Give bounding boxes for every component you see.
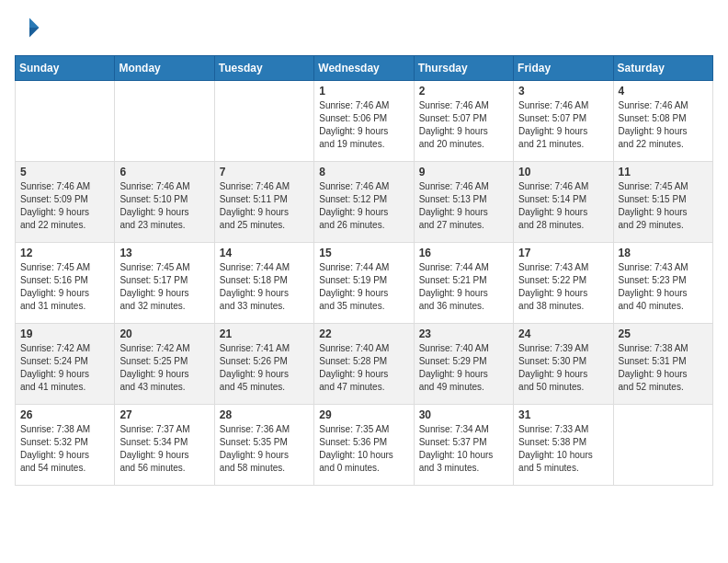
day-number: 3: [518, 85, 608, 98]
day-info: Sunrise: 7:46 AM Sunset: 5:07 PM Dayligh…: [419, 99, 508, 151]
calendar-cell: 26Sunrise: 7:38 AM Sunset: 5:32 PM Dayli…: [16, 405, 115, 486]
day-number: 16: [419, 247, 508, 259]
day-number: 17: [518, 247, 608, 259]
day-info: Sunrise: 7:46 AM Sunset: 5:09 PM Dayligh…: [20, 180, 109, 232]
calendar-cell: 27Sunrise: 7:37 AM Sunset: 5:34 PM Dayli…: [115, 405, 214, 486]
day-number: 9: [419, 166, 508, 178]
day-info: Sunrise: 7:45 AM Sunset: 5:17 PM Dayligh…: [119, 261, 209, 313]
day-info: Sunrise: 7:41 AM Sunset: 5:26 PM Dayligh…: [220, 342, 309, 394]
calendar-cell: 4Sunrise: 7:46 AM Sunset: 5:08 PM Daylig…: [613, 81, 712, 162]
calendar-week-row: 1Sunrise: 7:46 AM Sunset: 5:06 PM Daylig…: [16, 81, 713, 162]
calendar-cell: 29Sunrise: 7:35 AM Sunset: 5:36 PM Dayli…: [314, 405, 414, 486]
calendar-cell: [613, 405, 712, 486]
calendar-cell: 31Sunrise: 7:33 AM Sunset: 5:38 PM Dayli…: [514, 405, 613, 486]
calendar-week-row: 19Sunrise: 7:42 AM Sunset: 5:24 PM Dayli…: [16, 324, 713, 405]
day-number: 23: [419, 327, 508, 340]
calendar-cell: 16Sunrise: 7:44 AM Sunset: 5:21 PM Dayli…: [414, 243, 513, 324]
weekday-header-thursday: Thursday: [414, 56, 513, 81]
day-info: Sunrise: 7:35 AM Sunset: 5:36 PM Dayligh…: [319, 423, 408, 475]
calendar-cell: 28Sunrise: 7:36 AM Sunset: 5:35 PM Dayli…: [214, 405, 313, 486]
calendar-cell: 5Sunrise: 7:46 AM Sunset: 5:09 PM Daylig…: [16, 162, 115, 243]
day-info: Sunrise: 7:40 AM Sunset: 5:28 PM Dayligh…: [319, 342, 408, 394]
calendar-cell: [214, 81, 313, 162]
weekday-header-row: SundayMondayTuesdayWednesdayThursdayFrid…: [16, 56, 713, 81]
day-info: Sunrise: 7:45 AM Sunset: 5:16 PM Dayligh…: [20, 261, 109, 313]
day-info: Sunrise: 7:38 AM Sunset: 5:31 PM Dayligh…: [619, 342, 708, 394]
calendar-cell: [115, 81, 214, 162]
day-number: 12: [20, 247, 109, 259]
day-info: Sunrise: 7:42 AM Sunset: 5:24 PM Dayligh…: [20, 342, 109, 394]
day-number: 25: [619, 327, 708, 340]
day-number: 18: [619, 247, 708, 259]
svg-marker-0: [29, 18, 40, 29]
calendar-header: SundayMondayTuesdayWednesdayThursdayFrid…: [16, 56, 713, 81]
day-number: 4: [619, 85, 708, 98]
day-number: 1: [319, 85, 408, 98]
day-number: 19: [20, 327, 109, 340]
day-info: Sunrise: 7:44 AM Sunset: 5:18 PM Dayligh…: [220, 261, 309, 313]
calendar-cell: 13Sunrise: 7:45 AM Sunset: 5:17 PM Dayli…: [115, 243, 214, 324]
calendar-cell: 19Sunrise: 7:42 AM Sunset: 5:24 PM Dayli…: [16, 324, 115, 405]
day-number: 10: [518, 166, 608, 178]
calendar-body: 1Sunrise: 7:46 AM Sunset: 5:06 PM Daylig…: [16, 81, 713, 486]
weekday-header-saturday: Saturday: [613, 56, 712, 81]
day-info: Sunrise: 7:46 AM Sunset: 5:10 PM Dayligh…: [119, 180, 209, 232]
day-info: Sunrise: 7:46 AM Sunset: 5:08 PM Dayligh…: [619, 99, 708, 151]
day-info: Sunrise: 7:45 AM Sunset: 5:15 PM Dayligh…: [619, 180, 708, 232]
weekday-header-sunday: Sunday: [16, 56, 115, 81]
calendar-cell: 23Sunrise: 7:40 AM Sunset: 5:29 PM Dayli…: [414, 324, 513, 405]
day-info: Sunrise: 7:46 AM Sunset: 5:11 PM Dayligh…: [220, 180, 309, 232]
weekday-header-monday: Monday: [115, 56, 214, 81]
day-number: 11: [619, 166, 708, 178]
day-number: 8: [319, 166, 408, 178]
calendar-cell: 21Sunrise: 7:41 AM Sunset: 5:26 PM Dayli…: [214, 324, 313, 405]
day-info: Sunrise: 7:46 AM Sunset: 5:12 PM Dayligh…: [319, 180, 408, 232]
logo-icon: [17, 15, 42, 40]
calendar-cell: 15Sunrise: 7:44 AM Sunset: 5:19 PM Dayli…: [314, 243, 414, 324]
day-info: Sunrise: 7:44 AM Sunset: 5:21 PM Dayligh…: [419, 261, 508, 313]
weekday-header-friday: Friday: [514, 56, 613, 81]
day-number: 22: [319, 327, 408, 340]
day-number: 13: [119, 247, 209, 259]
calendar-week-row: 26Sunrise: 7:38 AM Sunset: 5:32 PM Dayli…: [16, 405, 713, 486]
day-number: 21: [220, 327, 309, 340]
day-number: 20: [119, 327, 209, 340]
day-number: 5: [20, 166, 109, 178]
calendar-cell: 12Sunrise: 7:45 AM Sunset: 5:16 PM Dayli…: [16, 243, 115, 324]
calendar-week-row: 5Sunrise: 7:46 AM Sunset: 5:09 PM Daylig…: [16, 162, 713, 243]
day-info: Sunrise: 7:46 AM Sunset: 5:06 PM Dayligh…: [319, 99, 408, 151]
day-info: Sunrise: 7:44 AM Sunset: 5:19 PM Dayligh…: [319, 261, 408, 313]
calendar-cell: 24Sunrise: 7:39 AM Sunset: 5:30 PM Dayli…: [514, 324, 613, 405]
logo: [15, 15, 46, 44]
calendar-cell: 7Sunrise: 7:46 AM Sunset: 5:11 PM Daylig…: [214, 162, 313, 243]
day-info: Sunrise: 7:42 AM Sunset: 5:25 PM Dayligh…: [119, 342, 209, 394]
weekday-header-tuesday: Tuesday: [214, 56, 313, 81]
day-number: 24: [518, 327, 608, 340]
day-number: 27: [119, 408, 209, 421]
page-header: [15, 15, 713, 44]
calendar-cell: 3Sunrise: 7:46 AM Sunset: 5:07 PM Daylig…: [514, 81, 613, 162]
calendar-cell: 25Sunrise: 7:38 AM Sunset: 5:31 PM Dayli…: [613, 324, 712, 405]
day-info: Sunrise: 7:39 AM Sunset: 5:30 PM Dayligh…: [518, 342, 608, 394]
day-info: Sunrise: 7:36 AM Sunset: 5:35 PM Dayligh…: [220, 423, 309, 475]
day-info: Sunrise: 7:43 AM Sunset: 5:22 PM Dayligh…: [518, 261, 608, 313]
day-number: 15: [319, 247, 408, 259]
calendar-cell: 1Sunrise: 7:46 AM Sunset: 5:06 PM Daylig…: [314, 81, 414, 162]
calendar-cell: 18Sunrise: 7:43 AM Sunset: 5:23 PM Dayli…: [613, 243, 712, 324]
day-number: 6: [119, 166, 209, 178]
calendar-cell: 2Sunrise: 7:46 AM Sunset: 5:07 PM Daylig…: [414, 81, 513, 162]
calendar-cell: 17Sunrise: 7:43 AM Sunset: 5:22 PM Dayli…: [514, 243, 613, 324]
day-info: Sunrise: 7:46 AM Sunset: 5:07 PM Dayligh…: [518, 99, 608, 151]
calendar-week-row: 12Sunrise: 7:45 AM Sunset: 5:16 PM Dayli…: [16, 243, 713, 324]
day-number: 31: [518, 408, 608, 421]
svg-marker-1: [29, 28, 40, 38]
calendar-table: SundayMondayTuesdayWednesdayThursdayFrid…: [15, 55, 713, 486]
calendar-cell: 10Sunrise: 7:46 AM Sunset: 5:14 PM Dayli…: [514, 162, 613, 243]
day-info: Sunrise: 7:34 AM Sunset: 5:37 PM Dayligh…: [419, 423, 508, 475]
calendar-cell: 6Sunrise: 7:46 AM Sunset: 5:10 PM Daylig…: [115, 162, 214, 243]
calendar-cell: 22Sunrise: 7:40 AM Sunset: 5:28 PM Dayli…: [314, 324, 414, 405]
day-info: Sunrise: 7:46 AM Sunset: 5:13 PM Dayligh…: [419, 180, 508, 232]
calendar-cell: 20Sunrise: 7:42 AM Sunset: 5:25 PM Dayli…: [115, 324, 214, 405]
day-info: Sunrise: 7:43 AM Sunset: 5:23 PM Dayligh…: [619, 261, 708, 313]
day-number: 28: [220, 408, 309, 421]
